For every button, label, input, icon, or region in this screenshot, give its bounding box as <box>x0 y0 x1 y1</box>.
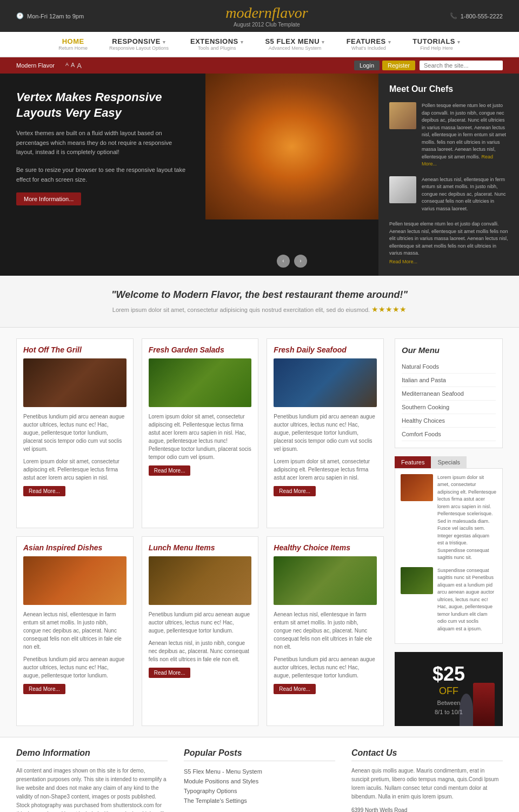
welcome-title: "Welcome to Modern Flavor, the best rest… <box>16 289 503 301</box>
nav-label-flex-menu: S5 FLEX MENU ▾ <box>265 37 324 45</box>
chefs-title: Meet Our Chefs <box>389 84 508 94</box>
footer-col-posts: Popular Posts S5 Flex Menu - Menu System… <box>184 748 335 812</box>
chef-full-text: Pellen tesque eleme ntum leo et justo da… <box>389 221 508 257</box>
tab-text-2: Suspendisse consequat sagittis nunc sit … <box>437 567 497 633</box>
logo-sub: August 2012 Club Template <box>225 22 308 28</box>
nav-item-responsive[interactable]: RESPONSIVE ▾ Responsive Layout Options <box>109 37 169 51</box>
card-healthy-p1: Aenean lectus nisl, ellentesque in farm … <box>274 610 377 651</box>
nav-sub-extensions: Tools and Plugins <box>190 45 243 51</box>
card-healthy-title: Healthy Choice Items <box>274 543 377 552</box>
nav-item-home[interactable]: HOME Return Home <box>58 37 88 51</box>
menu-title: Our Menu <box>402 345 496 355</box>
card-healthy-btn[interactable]: Read More... <box>274 684 316 694</box>
nav-item-tutorials[interactable]: TUTORIALS ▾ Find Help Here <box>412 37 460 51</box>
logo-area: modernflavor August 2012 Club Template <box>225 4 308 28</box>
card-grill-title: Hot Off The Grill <box>23 345 127 354</box>
card-salad-btn[interactable]: Read More... <box>149 465 191 476</box>
top-bar: 🕐 Mon-Fri 12am to 9pm modernflavor Augus… <box>0 0 519 32</box>
menu-item-natural[interactable]: Natural Foods <box>402 360 496 374</box>
main-content: Hot Off The Grill Penetibus lundium pid … <box>0 328 519 737</box>
font-size-small[interactable]: A <box>65 62 69 70</box>
register-button[interactable]: Register <box>382 61 415 70</box>
chef-1-text: Pollen tesque eleme ntum leo et justo da… <box>422 102 508 168</box>
nav-label-extensions: EXTENSIONS ▾ <box>190 37 243 45</box>
nav-sub-responsive: Responsive Layout Options <box>109 45 169 51</box>
nav-label-home: HOME <box>58 37 88 45</box>
nav-label-tutorials: TUTORIALS ▾ <box>412 37 460 45</box>
menu-item-comfort[interactable]: Comfort Foods <box>402 428 496 441</box>
font-size-large[interactable]: A <box>77 62 82 70</box>
card-healthy-image <box>274 556 377 605</box>
card-seafood-image <box>274 358 377 407</box>
chef-2-text: Aenean lectus nisl, ellentesque in ferm … <box>422 176 508 213</box>
tab-features[interactable]: Features <box>395 456 431 468</box>
search-input[interactable] <box>420 61 503 70</box>
card-grill-btn[interactable]: Read More... <box>23 486 65 496</box>
auth-area: Login Register <box>354 61 503 70</box>
card-grill-p2: Lorem ipsum dolor sit amet, consectetur … <box>23 457 127 482</box>
card-grill-image <box>23 358 127 407</box>
card-salad-title: Fresh Garden Salads <box>149 345 252 354</box>
font-size-medium[interactable]: A <box>71 62 75 70</box>
menu-item-italian[interactable]: Italian and Pasta <box>402 374 496 387</box>
menu-item-healthy[interactable]: Healthy Choices <box>402 414 496 428</box>
discount-box: $25 OFF Between 8/1 to 10/1 <box>395 652 503 726</box>
breadcrumb-bar: Modern Flavor A A A Login Register <box>0 57 519 74</box>
contact-text1: Aenean quis mollis augue. Mauris condime… <box>351 767 503 801</box>
content-grid: Hot Off The Grill Penetibus lundium pid … <box>16 338 384 727</box>
more-info-button[interactable]: More Information... <box>16 192 81 205</box>
nav-sub-tutorials: Find Help Here <box>412 45 460 51</box>
card-asian-p2: Penetibus lundium pid arcu aenean augue … <box>23 655 127 680</box>
footer-col-contact: Contact Us Aenean quis mollis augue. Mau… <box>351 748 503 812</box>
card-lunch-title: Lunch Menu Items <box>149 543 252 552</box>
tab-image-2 <box>401 567 433 594</box>
hours-text: Mon-Fri 12am to 9pm <box>27 13 84 19</box>
card-seafood-p1: Penetibus lundium pid arcu aenean augue … <box>274 412 377 453</box>
nav-item-flex-menu[interactable]: S5 FLEX MENU ▾ Advanced Menu System <box>265 37 324 51</box>
logo: modernflavor <box>225 4 308 22</box>
card-salad-p1: Lorem ipsum dolor sit amet, consectetur … <box>149 412 252 461</box>
menu-item-southern[interactable]: Southern Cooking <box>402 401 496 414</box>
features-section: Features Specials Lorem ipsum dolor sit … <box>395 456 503 644</box>
popular-item-1[interactable]: S5 Flex Menu - Menu System <box>184 767 335 776</box>
footer-info: Demo Information All content and images … <box>0 737 519 812</box>
hero-title: Vertex Makes Responsive Layouts Very Eas… <box>16 90 189 121</box>
chef-1-body: Pollen tesque eleme ntum leo et justo da… <box>422 103 506 159</box>
demo-title: Demo Information <box>16 748 168 761</box>
footer-col-demo: Demo Information All content and images … <box>16 748 168 812</box>
card-lunch-btn[interactable]: Read More... <box>149 668 191 678</box>
popular-item-3[interactable]: Typography Options <box>184 786 335 796</box>
card-asian-btn[interactable]: Read More... <box>23 684 65 694</box>
sidebar: Our Menu Natural Foods Italian and Pasta… <box>395 338 503 727</box>
wine-bottle <box>473 683 495 726</box>
hero-body2: Be sure to resize your browser to see th… <box>16 165 189 184</box>
card-seafood-p2: Lorem ipsum dolor sit amet, consectetur … <box>274 457 377 482</box>
card-seafood-btn[interactable]: Read More... <box>274 486 316 496</box>
popular-item-4[interactable]: The Template's Settings <box>184 796 335 806</box>
phone-icon: 📞 <box>450 12 457 19</box>
card-lunch-p2: Aenean lectus nisl, in justo nibh, congu… <box>149 639 252 663</box>
card-grill-p1: Penetibus lundium pid arcu aenean augue … <box>23 412 127 453</box>
hero-left: Vertex Makes Responsive Layouts Very Eas… <box>0 74 205 276</box>
chef-2-body: Aenean lectus nisl, ellentesque in ferm … <box>422 177 506 211</box>
popular-item-2[interactable]: Module Positions and Styles <box>184 776 335 786</box>
menu-item-mediterranean[interactable]: Mediterranean Seafood <box>402 387 496 401</box>
nav-item-features[interactable]: FEATURES ▾ What's Included <box>347 37 391 51</box>
breadcrumb-left: Modern Flavor A A A <box>16 62 82 70</box>
chef-item-2: Aenean lectus nisl, ellentesque in ferm … <box>389 176 508 213</box>
slider-next[interactable]: › <box>294 255 307 268</box>
chef-2-read-more[interactable]: Read More... <box>389 259 417 264</box>
nav-sub-home: Return Home <box>58 45 88 51</box>
card-lunch-p1: Penetibus lundium pid arcu aenean augue … <box>149 610 252 635</box>
breadcrumb-site-name: Modern Flavor <box>16 62 55 69</box>
tab-specials[interactable]: Specials <box>431 456 467 468</box>
hero-right: Meet Our Chefs Pollen tesque eleme ntum … <box>378 74 519 276</box>
menu-section: Our Menu Natural Foods Italian and Pasta… <box>395 338 503 448</box>
phone: 📞 1-800-555-2222 <box>450 12 503 19</box>
login-button[interactable]: Login <box>354 61 380 70</box>
tab-image-1 <box>401 474 433 501</box>
slider-prev[interactable]: ‹ <box>277 255 290 268</box>
nav-item-extensions[interactable]: EXTENSIONS ▾ Tools and Plugins <box>190 37 243 51</box>
card-grill: Hot Off The Grill Penetibus lundium pid … <box>16 338 134 528</box>
discount-amount: $25 <box>405 663 492 685</box>
